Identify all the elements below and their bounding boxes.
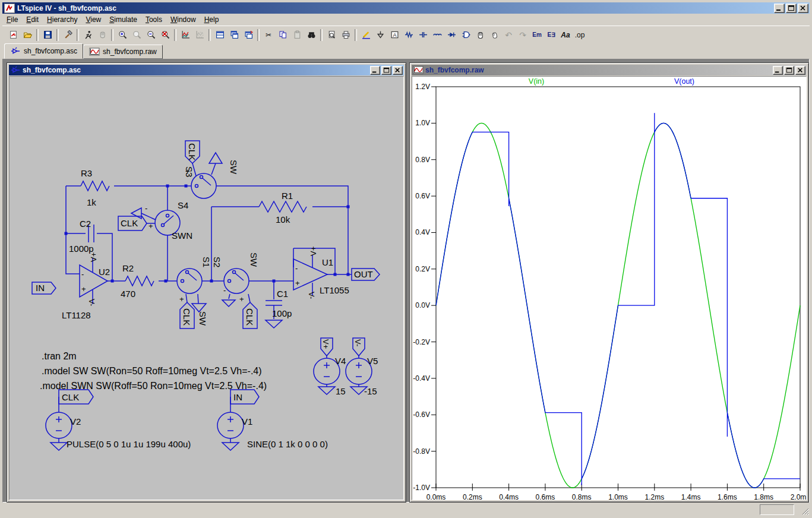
x-tick-label: 2.0ms [791,493,807,500]
menu-edit[interactable]: Edit [22,14,43,25]
tab-waveform[interactable]: sh_fbvfcomp.raw [83,45,163,59]
waveform-window: sh_fbvfcomp.raw 1.2V1.0V0.8V0.6V0.4V0.2V… [409,62,809,503]
waveform-window-titlebar[interactable]: sh_fbvfcomp.raw [412,65,807,75]
minimize-button[interactable] [370,66,380,75]
menu-simulate[interactable]: Simulate [105,14,141,25]
port-clk-s2[interactable]: CLK [243,302,257,329]
diode-icon[interactable] [444,28,459,42]
source-v2[interactable]: V2 PULSE(0 5 0 1u 1u 199u 400u) [46,412,191,449]
close-button[interactable] [795,66,805,75]
zoom-in-icon[interactable] [115,28,129,42]
schematic-window-titlebar[interactable]: sh_fbvfcomp.asc [9,65,404,75]
run-icon[interactable] [81,28,95,42]
copy-icon[interactable] [276,28,290,42]
text-icon[interactable]: Aa [558,28,573,42]
maximize-button[interactable] [381,66,391,75]
svg-text:S4: S4 [178,200,188,210]
zoom-out-icon[interactable] [144,28,158,42]
new-schematic-icon[interactable] [6,28,20,42]
print-icon[interactable] [339,28,353,42]
tab-schematic[interactable]: sh_fbvfcomp.asc [4,43,83,59]
open-file-icon[interactable] [20,28,34,42]
menu-window[interactable]: Window [166,14,200,25]
schematic-canvas[interactable]: R3 1k R2 470 R1 10k [9,76,404,500]
port-in-v1[interactable]: IN [230,390,259,404]
menu-file[interactable]: File [2,14,22,25]
mirror-icon[interactable]: Em [530,28,544,42]
resistor-icon[interactable] [402,28,416,42]
plot-settings-icon[interactable] [192,28,207,42]
move-icon[interactable] [473,28,487,42]
print-preview-icon[interactable] [324,28,339,42]
menu-hierarchy[interactable]: Hierarchy [43,14,81,25]
menu-tools[interactable]: Tools [141,14,166,25]
switch-s4[interactable]: S4 SWN - + [145,200,192,241]
ground-symbol-icon[interactable] [373,28,387,42]
drag-icon[interactable] [487,28,501,42]
source-v1[interactable]: V1 SINE(0 1 1k 0 0 0 0) [217,412,328,449]
redo-icon[interactable]: ↷ [516,28,530,42]
cut-icon[interactable]: ✂ [261,28,276,42]
svg-text:C1: C1 [277,289,288,299]
svg-text:+: + [149,222,153,230]
cascade-windows-alt-icon[interactable] [241,28,255,42]
opamp-u2[interactable]: - + V+ V- U2 LT1128 [62,252,110,320]
source-v5[interactable]: V5 -15 [346,356,378,396]
switch-s2[interactable]: S2 SW + - [212,252,259,304]
svg-text:V-: V- [87,299,96,306]
flag-vplus[interactable]: V+ [321,338,333,356]
waveform-plot[interactable]: 1.2V1.0V0.8V0.6V0.4V0.2V0.0V-0.2V-0.4V-0… [412,77,807,500]
port-clk-v2[interactable]: CLK [59,390,93,404]
label-net-icon[interactable]: A [387,28,402,42]
svg-text:LT1128: LT1128 [62,310,91,320]
opamp-u1[interactable]: - + V+ V- U1 LT1055 [293,247,349,299]
menu-view[interactable]: View [81,14,105,25]
resistor-r2[interactable]: R2 470 [121,263,154,299]
component-icon[interactable] [459,28,473,42]
draw-wire-icon[interactable] [359,28,373,42]
close-button[interactable] [798,4,808,13]
port-clk-s1[interactable]: CLK [180,302,194,329]
spice-directives[interactable]: .tran 2m .model SW SW(Ron=50 Roff=10meg … [40,351,267,391]
zoom-back-icon[interactable] [129,28,144,42]
minimize-button[interactable] [774,4,785,13]
close-button[interactable] [393,66,403,75]
port-out[interactable]: OUT [352,269,380,280]
capacitor-c1[interactable]: C1 100p [266,289,292,318]
paste-icon[interactable] [290,28,304,42]
port-in[interactable]: IN [32,282,56,294]
find-icon[interactable] [304,28,318,42]
port-clk-s4[interactable]: CLK [118,216,147,230]
port-clk-s3[interactable]: CLK [185,141,200,163]
capacitor-c2[interactable]: C2 1000p [69,219,94,254]
flag-vminus[interactable]: V- [353,338,365,356]
x-tick-label: 1.6ms [718,493,737,500]
y-tick-label: 1.0V [415,119,430,127]
svg-text:V-: V- [307,292,316,299]
undo-icon[interactable]: ↶ [501,28,516,42]
autorange-plot-icon[interactable] [178,28,192,42]
maximize-button[interactable] [784,66,794,75]
zoom-fit-icon[interactable] [158,28,172,42]
switch-s3[interactable]: S3 SW + [184,160,239,198]
menu-help[interactable]: Help [200,14,223,25]
svg-text:CLK: CLK [182,308,192,326]
resistor-r3[interactable]: R3 1k [81,168,109,207]
resize-grip[interactable] [801,507,809,515]
maximize-button[interactable] [786,4,797,13]
minimize-button[interactable] [773,66,783,75]
capacitor-icon[interactable] [416,28,430,42]
save-icon[interactable] [40,28,55,42]
control-panel-icon[interactable] [61,28,75,42]
source-v4[interactable]: V4 15 [314,356,346,396]
resistor-r1[interactable]: R1 10k [259,191,307,225]
waveform-canvas[interactable]: 1.2V1.0V0.8V0.6V0.4V0.2V0.0V-0.2V-0.4V-0… [412,76,807,500]
inductor-icon[interactable] [430,28,444,42]
cascade-windows-icon[interactable] [227,28,241,42]
main-title-bar[interactable]: LTspice IV - sh_fbvfcomp.asc [2,2,810,14]
halt-icon[interactable] [95,28,109,42]
spice-directive-icon[interactable]: .op [573,28,587,42]
tile-windows-icon[interactable] [213,28,227,42]
rotate-icon[interactable]: E∃ [544,28,558,42]
menu-bar: File Edit Hierarchy View Simulate Tools … [2,14,810,26]
